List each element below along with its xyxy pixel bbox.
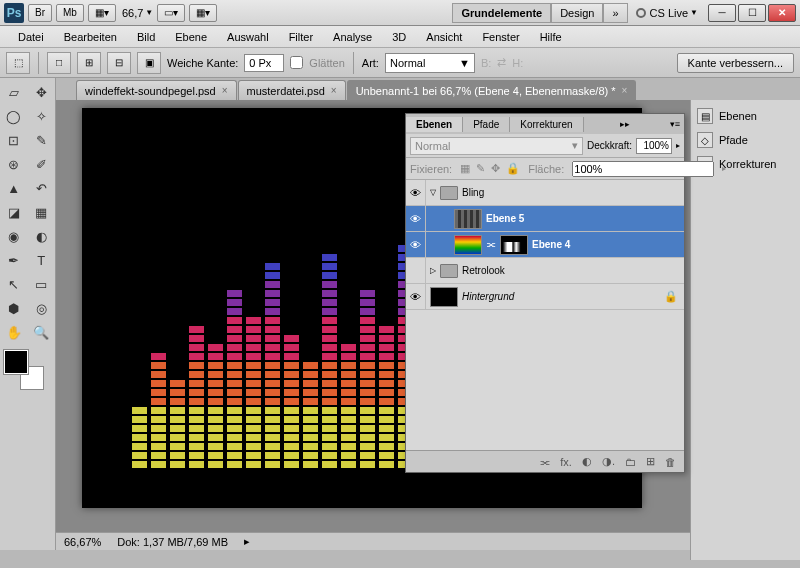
chevron-down-icon[interactable]: ▼ — [145, 8, 153, 17]
layer-hintergrund[interactable]: 👁 Hintergrund🔒 — [406, 284, 684, 310]
group-bling[interactable]: 👁 ▽Bling — [406, 180, 684, 206]
tool-preset-button[interactable]: ⬚ — [6, 52, 30, 74]
type-tool[interactable]: T — [29, 249, 55, 271]
layer-ebene-4[interactable]: 👁 ⫘Ebene 4 — [406, 232, 684, 258]
shape-tool[interactable]: ▭ — [29, 273, 55, 295]
refine-edge-button[interactable]: Kante verbessern... — [677, 53, 794, 73]
style-select[interactable]: Normal▼ — [385, 53, 475, 73]
magic-wand-tool[interactable]: ✧ — [29, 105, 55, 127]
lock-image-icon[interactable]: ✎ — [476, 162, 485, 175]
visibility-icon[interactable]: 👁 — [406, 232, 426, 258]
bridge-button[interactable]: Br — [28, 4, 52, 22]
visibility-icon[interactable]: 👁 — [406, 284, 426, 310]
tab-windeffekt[interactable]: windeffekt-soundpegel.psd× — [76, 80, 237, 100]
menu-auswahl[interactable]: Auswahl — [217, 31, 279, 43]
feather-input[interactable] — [244, 54, 284, 72]
menu-analyse[interactable]: Analyse — [323, 31, 382, 43]
zoom-tool[interactable]: 🔍 — [29, 321, 55, 343]
stamp-tool[interactable]: ▲ — [1, 177, 27, 199]
menu-hilfe[interactable]: Hilfe — [530, 31, 572, 43]
foreground-color[interactable] — [4, 350, 28, 374]
lock-transparent-icon[interactable]: ▦ — [460, 162, 470, 175]
panel-menu-icon[interactable]: ▾≡ — [666, 119, 684, 129]
move-tool[interactable]: ▱ — [1, 81, 27, 103]
close-icon[interactable]: × — [331, 85, 337, 96]
adjustments-tab[interactable]: Korrekturen — [510, 117, 583, 132]
brush-tool[interactable]: ✐ — [29, 153, 55, 175]
lock-all-icon[interactable]: 🔒 — [506, 162, 520, 175]
menu-datei[interactable]: Datei — [8, 31, 54, 43]
hand-tool[interactable]: ✋ — [1, 321, 27, 343]
close-icon[interactable]: × — [222, 85, 228, 96]
chevron-right-icon[interactable]: ▸ — [722, 164, 726, 173]
eyedropper-tool[interactable]: ✎ — [29, 129, 55, 151]
disclosure-open-icon[interactable]: ▽ — [430, 188, 436, 197]
gradient-tool[interactable]: ▦ — [29, 201, 55, 223]
close-icon[interactable]: × — [622, 85, 628, 96]
chevron-right-icon[interactable]: ▸ — [676, 141, 680, 150]
delete-layer-button[interactable]: 🗑 — [665, 456, 676, 468]
subtract-selection-button[interactable]: ⊟ — [107, 52, 131, 74]
layout-button[interactable]: ▦▾ — [88, 4, 116, 22]
visibility-icon[interactable]: 👁 — [406, 206, 426, 232]
status-zoom[interactable]: 66,67% — [64, 536, 101, 548]
tab-unbenannt[interactable]: Unbenannt-1 bei 66,7% (Ebene 4, Ebenenma… — [347, 80, 637, 100]
panel-pfade[interactable]: ◇Pfade — [695, 128, 796, 152]
menu-fenster[interactable]: Fenster — [472, 31, 529, 43]
layer-thumbnail[interactable] — [430, 287, 458, 307]
visibility-icon[interactable]: 👁 — [406, 180, 426, 206]
blur-tool[interactable]: ◉ — [1, 225, 27, 247]
group-retrolook[interactable]: ▷Retrolook — [406, 258, 684, 284]
history-brush-tool[interactable]: ↶ — [29, 177, 55, 199]
layer-style-button[interactable]: fx. — [560, 456, 572, 468]
layer-mask-button[interactable]: ◐ — [582, 455, 592, 468]
adjustment-layer-button[interactable]: ◑. — [602, 455, 615, 468]
workspace-essentials[interactable]: Grundelemente — [452, 3, 551, 23]
status-doc[interactable]: Dok: 1,37 MB/7,69 MB — [117, 536, 228, 548]
color-swatch[interactable] — [4, 350, 44, 390]
heal-tool[interactable]: ⊛ — [1, 153, 27, 175]
menu-ebene[interactable]: Ebene — [165, 31, 217, 43]
workspace-design[interactable]: Design — [551, 3, 603, 23]
chevron-right-icon[interactable]: ▸ — [244, 535, 250, 548]
paths-tab[interactable]: Pfade — [463, 117, 510, 132]
layers-tab[interactable]: Ebenen — [406, 117, 463, 132]
extras-button[interactable]: ▦▾ — [189, 4, 217, 22]
panel-more-icon[interactable]: ▸▸ — [616, 119, 634, 129]
menu-bild[interactable]: Bild — [127, 31, 165, 43]
pen-tool[interactable]: ✒ — [1, 249, 27, 271]
lasso-tool[interactable]: ◯ — [1, 105, 27, 127]
menu-bearbeiten[interactable]: Bearbeiten — [54, 31, 127, 43]
layer-thumbnail[interactable] — [454, 235, 482, 255]
new-selection-button[interactable]: □ — [47, 52, 71, 74]
add-selection-button[interactable]: ⊞ — [77, 52, 101, 74]
menu-filter[interactable]: Filter — [279, 31, 323, 43]
tab-musterdatei[interactable]: musterdatei.psd× — [238, 80, 346, 100]
maximize-button[interactable]: ☐ — [738, 4, 766, 22]
lock-position-icon[interactable]: ✥ — [491, 162, 500, 175]
screen-mode-button[interactable]: ▭▾ — [157, 4, 185, 22]
antialias-checkbox[interactable] — [290, 56, 303, 69]
minibridge-button[interactable]: Mb — [56, 4, 84, 22]
dodge-tool[interactable]: ◐ — [29, 225, 55, 247]
menu-ansicht[interactable]: Ansicht — [416, 31, 472, 43]
marquee-tool[interactable]: ✥ — [29, 81, 55, 103]
path-select-tool[interactable]: ↖ — [1, 273, 27, 295]
cs-live-button[interactable]: CS Live ▼ — [636, 7, 698, 19]
visibility-icon[interactable] — [406, 258, 426, 284]
link-layers-button[interactable]: ⫘ — [539, 456, 550, 468]
close-button[interactable]: ✕ — [768, 4, 796, 22]
workspace-more[interactable]: » — [603, 3, 627, 23]
new-layer-button[interactable]: ⊞ — [646, 455, 655, 468]
intersect-selection-button[interactable]: ▣ — [137, 52, 161, 74]
fill-input[interactable] — [572, 161, 714, 177]
layer-thumbnail[interactable] — [454, 209, 482, 229]
minimize-button[interactable]: ─ — [708, 4, 736, 22]
menu-3d[interactable]: 3D — [382, 31, 416, 43]
opacity-input[interactable] — [636, 138, 672, 154]
blend-mode-select[interactable]: Normal▾ — [410, 137, 583, 155]
3d-tool[interactable]: ⬢ — [1, 297, 27, 319]
crop-tool[interactable]: ⊡ — [1, 129, 27, 151]
mask-thumbnail[interactable] — [500, 235, 528, 255]
3d-camera-tool[interactable]: ◎ — [29, 297, 55, 319]
